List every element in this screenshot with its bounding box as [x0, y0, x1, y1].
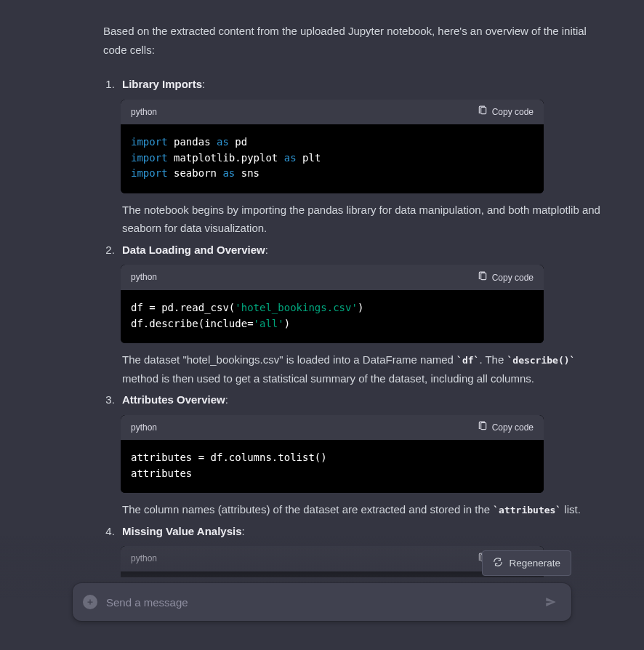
assistant-message: Based on the extracted content from the … — [0, 0, 644, 577]
code-content: import pandas as pd import matplotlib.py… — [121, 124, 544, 193]
svg-rect-2 — [480, 423, 486, 430]
copy-label: Copy code — [492, 273, 534, 283]
clipboard-icon — [478, 105, 488, 118]
code-language-label: python — [131, 420, 157, 435]
code-language-label: python — [131, 270, 157, 284]
clipboard-icon — [478, 271, 488, 284]
code-content: df = pd.read_csv('hotel_bookings.csv') d… — [121, 290, 544, 343]
copy-label: Copy code — [492, 107, 534, 117]
code-header: pythonCopy code — [121, 265, 544, 289]
message-input[interactable] — [106, 596, 541, 609]
regenerate-button[interactable]: Regenerate — [482, 550, 571, 576]
section-title: Attributes Overview — [122, 393, 225, 406]
intro-paragraph: Based on the extracted content from the … — [103, 22, 597, 59]
copy-label: Copy code — [492, 422, 534, 433]
copy-code-button[interactable]: Copy code — [478, 271, 534, 284]
code-block: pythonCopy codeimport pandas as pd impor… — [121, 100, 544, 193]
code-block: pythonCopy codeattributes = df.columns.t… — [121, 415, 544, 494]
section-item: Library Imports:pythonCopy codeimport pa… — [118, 75, 612, 238]
code-header: pythonCopy code — [121, 100, 544, 124]
section-title: Data Loading and Overview — [122, 244, 265, 256]
code-language-label: python — [131, 105, 157, 119]
section-item: Attributes Overview:pythonCopy codeattri… — [118, 390, 612, 519]
section-title: Library Imports — [122, 78, 202, 90]
code-header: pythonCopy code — [121, 415, 544, 440]
regenerate-label: Regenerate — [509, 558, 560, 569]
ordered-sections: Library Imports:pythonCopy codeimport pa… — [118, 75, 612, 577]
refresh-icon — [493, 557, 503, 569]
section-description: The dataset "hotel_bookings.csv" is load… — [122, 350, 612, 388]
section-description: The column names (attributes) of the dat… — [122, 500, 612, 519]
copy-code-button[interactable]: Copy code — [478, 421, 534, 433]
code-content: attributes = df.columns.tolist() attribu… — [121, 440, 544, 493]
code-block: pythonCopy codedf = pd.read_csv('hotel_b… — [121, 265, 544, 343]
attach-button[interactable] — [83, 595, 97, 609]
copy-code-button[interactable]: Copy code — [478, 105, 534, 118]
send-button[interactable] — [541, 592, 561, 612]
plus-icon — [86, 598, 94, 606]
section-description: The notebook begins by importing the pan… — [122, 201, 612, 238]
svg-rect-1 — [480, 273, 486, 279]
section-item: Data Loading and Overview:pythonCopy cod… — [118, 241, 612, 388]
clipboard-icon — [478, 421, 488, 433]
send-icon — [544, 595, 558, 609]
message-input-row — [73, 583, 571, 621]
footer: Regenerate — [0, 536, 644, 650]
svg-rect-0 — [480, 108, 486, 114]
